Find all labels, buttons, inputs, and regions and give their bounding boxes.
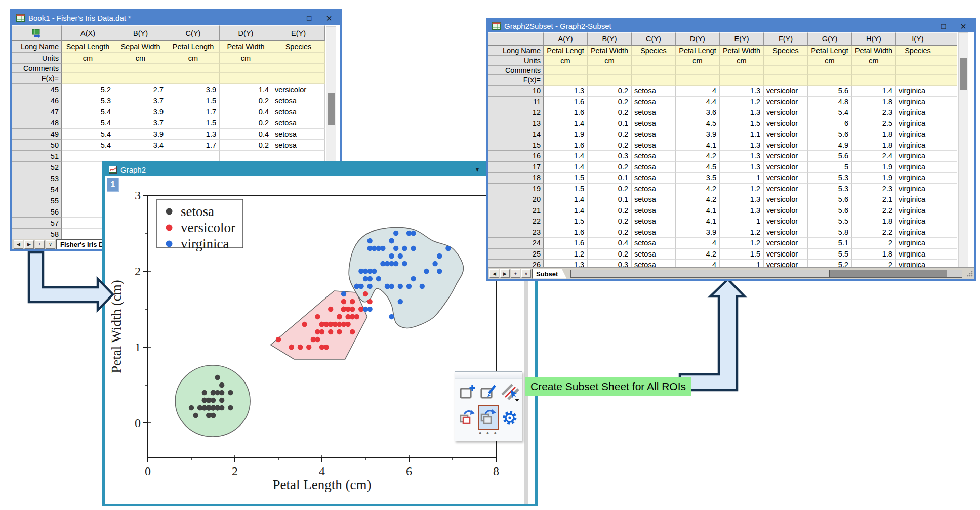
row-header[interactable]: 25 — [488, 249, 544, 260]
cell[interactable]: versicolor — [764, 173, 808, 184]
column-header[interactable]: E(Y) — [272, 25, 325, 41]
maximize-button[interactable]: □ — [941, 22, 946, 30]
cell[interactable]: 5.3 — [62, 95, 114, 106]
column-header[interactable]: F(Y) — [764, 32, 808, 46]
cell[interactable]: 1.2 — [720, 227, 764, 238]
cell[interactable]: 1.8 — [852, 129, 896, 140]
cell[interactable]: 0.4 — [588, 238, 632, 249]
cell[interactable]: 1 — [720, 173, 764, 184]
label-cell[interactable] — [114, 64, 167, 73]
label-cell[interactable] — [676, 75, 720, 86]
cell[interactable]: setosa — [632, 140, 676, 151]
cell[interactable]: 5.5 — [808, 249, 852, 260]
cell[interactable]: 1.3 — [167, 129, 220, 140]
cell[interactable]: 5.8 — [808, 227, 852, 238]
cell[interactable]: virginica — [896, 118, 940, 130]
label-cell[interactable]: Sepal Length — [62, 41, 114, 53]
cell[interactable]: 4.8 — [808, 97, 852, 108]
row-header[interactable]: 11 — [488, 97, 544, 108]
cell[interactable]: setosa — [272, 95, 325, 106]
cell[interactable]: 1.4 — [852, 86, 896, 97]
tab-prev-button[interactable]: ◀ — [14, 240, 23, 249]
cell[interactable]: 2.4 — [852, 151, 896, 162]
corner-cell[interactable] — [488, 32, 544, 46]
cell[interactable]: setosa — [632, 260, 676, 267]
label-cell[interactable]: cm — [676, 56, 720, 66]
cell[interactable]: virginica — [896, 162, 940, 173]
cell[interactable]: 1.3 — [544, 260, 588, 267]
column-header[interactable]: D(Y) — [676, 32, 720, 46]
cell[interactable]: setosa — [632, 216, 676, 227]
cell[interactable]: 0.1 — [588, 173, 632, 184]
subset-vertical-scrollbar[interactable] — [958, 32, 968, 267]
label-cell[interactable] — [852, 75, 896, 86]
cell[interactable]: 1.5 — [720, 118, 764, 130]
label-cell[interactable]: Species — [272, 41, 325, 53]
label-cell[interactable] — [62, 73, 114, 84]
cell[interactable]: versicolor — [764, 97, 808, 108]
cell[interactable]: 5.2 — [62, 84, 114, 95]
cell[interactable]: 6 — [808, 118, 852, 130]
cell[interactable]: 5.4 — [62, 117, 114, 129]
cell[interactable]: 5.3 — [808, 173, 852, 184]
cell[interactable]: versicolor — [764, 227, 808, 238]
tab-prev-button[interactable]: ◀ — [489, 269, 499, 278]
label-cell[interactable]: Petal Lengt — [808, 46, 852, 56]
cell[interactable]: setosa — [632, 118, 676, 130]
tab-add-button[interactable]: + — [35, 240, 45, 249]
cell[interactable]: 4.2 — [676, 184, 720, 195]
cell[interactable]: 5.4 — [62, 106, 114, 117]
cell[interactable]: 1.6 — [544, 140, 588, 151]
cell[interactable]: 1.2 — [720, 97, 764, 108]
cell[interactable]: setosa — [632, 249, 676, 260]
cell[interactable]: versicolor — [764, 249, 808, 260]
cell[interactable]: 1.8 — [852, 97, 896, 108]
cell[interactable]: 0.2 — [220, 95, 272, 106]
row-header[interactable]: 10 — [488, 86, 544, 97]
cell[interactable]: 1.2 — [544, 249, 588, 260]
cell[interactable]: 3.7 — [114, 95, 167, 106]
cell[interactable]: 5.5 — [808, 216, 852, 227]
label-cell[interactable] — [764, 75, 808, 86]
label-cell[interactable]: Petal Width — [220, 41, 272, 53]
column-header[interactable]: C(Y) — [632, 32, 676, 46]
page-number-badge[interactable]: 1 — [107, 178, 119, 192]
cell[interactable]: 1.6 — [544, 97, 588, 108]
row-header[interactable]: 14 — [488, 129, 544, 140]
cell[interactable]: virginica — [896, 107, 940, 118]
cell[interactable]: versicolor — [764, 151, 808, 162]
label-cell[interactable] — [544, 75, 588, 86]
corner-cell[interactable] — [12, 25, 62, 41]
cell[interactable]: 2 — [852, 260, 896, 267]
label-cell[interactable] — [632, 66, 676, 75]
label-cell[interactable] — [632, 75, 676, 86]
cell[interactable]: 1.7 — [167, 140, 220, 151]
label-cell[interactable] — [764, 56, 808, 66]
cell[interactable]: 0.3 — [588, 260, 632, 267]
cell[interactable]: 5.6 — [808, 205, 852, 217]
cell[interactable]: virginica — [896, 173, 940, 184]
cell[interactable]: versicolor — [764, 107, 808, 118]
cell[interactable]: 1.3 — [544, 86, 588, 97]
label-cell[interactable]: Petal Length — [167, 41, 220, 53]
cell[interactable]: 0.1 — [588, 118, 632, 130]
cell[interactable]: 3.9 — [676, 227, 720, 238]
cell[interactable]: 3.9 — [114, 129, 167, 140]
cell[interactable]: 5.6 — [808, 151, 852, 162]
cell[interactable]: virginica — [896, 194, 940, 205]
cell[interactable]: 1.8 — [852, 249, 896, 260]
cell[interactable]: setosa — [272, 140, 325, 151]
cell[interactable]: 2.1 — [852, 194, 896, 205]
label-cell[interactable]: Species — [896, 46, 940, 56]
cell[interactable]: setosa — [272, 129, 325, 140]
cell[interactable]: 1.4 — [544, 162, 588, 173]
cell[interactable]: 0.2 — [588, 86, 632, 97]
cell[interactable]: setosa — [632, 151, 676, 162]
label-cell[interactable]: cm — [852, 56, 896, 66]
cell[interactable]: 4.1 — [676, 140, 720, 151]
cell[interactable]: 1.1 — [720, 129, 764, 140]
cell[interactable]: virginica — [896, 184, 940, 195]
cell[interactable]: 0.4 — [220, 106, 272, 117]
label-cell[interactable] — [896, 66, 940, 75]
label-cell[interactable]: cm — [62, 53, 114, 64]
